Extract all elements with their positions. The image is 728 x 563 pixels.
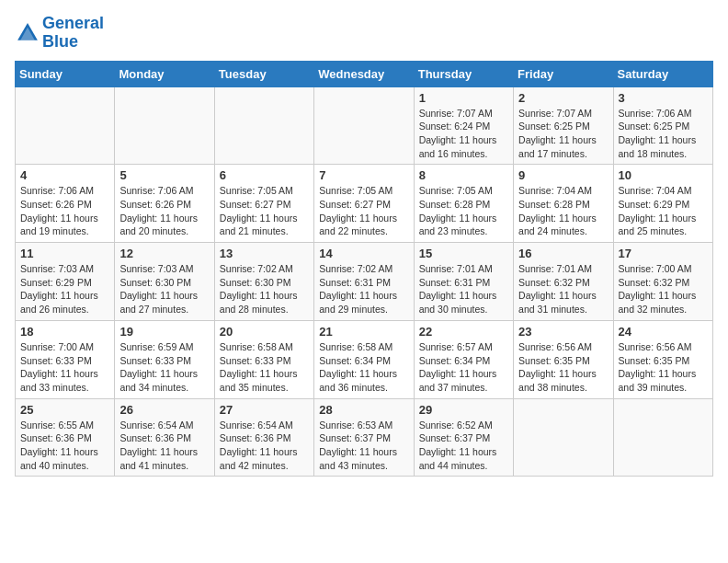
day-number: 5 (119, 168, 209, 182)
col-header-wednesday: Wednesday (314, 61, 414, 86)
calendar-cell: 6Sunrise: 7:05 AMSunset: 6:27 PMDaylight… (214, 165, 313, 243)
day-info: Sunrise: 7:03 AMSunset: 6:30 PMDaylight:… (119, 262, 209, 316)
day-number: 14 (319, 247, 408, 260)
day-info: Sunrise: 6:54 AMSunset: 6:36 PMDaylight:… (119, 419, 209, 473)
day-info: Sunrise: 6:57 AMSunset: 6:34 PMDaylight:… (419, 340, 508, 395)
calendar-cell: 8Sunrise: 7:05 AMSunset: 6:28 PMDaylight… (414, 165, 513, 243)
day-info: Sunrise: 6:56 AMSunset: 6:35 PMDaylight:… (619, 340, 708, 395)
day-info: Sunrise: 6:59 AMSunset: 6:33 PMDaylight:… (119, 340, 209, 395)
calendar-cell: 26Sunrise: 6:54 AMSunset: 6:36 PMDayligh… (115, 398, 214, 477)
page-header: General Blue (15, 15, 713, 52)
day-number: 19 (119, 325, 209, 339)
calendar-cell: 16Sunrise: 7:01 AMSunset: 6:32 PMDayligh… (514, 243, 613, 321)
calendar-cell (115, 86, 214, 165)
calendar-cell: 27Sunrise: 6:54 AMSunset: 6:36 PMDayligh… (214, 398, 313, 477)
col-header-sunday: Sunday (16, 61, 115, 86)
logo-text: General Blue (42, 15, 104, 52)
calendar-week-row: 11Sunrise: 7:03 AMSunset: 6:29 PMDayligh… (16, 243, 713, 321)
day-info: Sunrise: 6:56 AMSunset: 6:35 PMDaylight:… (518, 340, 608, 395)
day-info: Sunrise: 7:01 AMSunset: 6:32 PMDaylight:… (518, 262, 608, 316)
calendar-cell: 25Sunrise: 6:55 AMSunset: 6:36 PMDayligh… (16, 398, 115, 477)
day-info: Sunrise: 6:52 AMSunset: 6:37 PMDaylight:… (419, 419, 508, 473)
day-info: Sunrise: 7:01 AMSunset: 6:31 PMDaylight:… (419, 262, 508, 316)
day-number: 6 (220, 168, 309, 182)
day-number: 11 (20, 247, 109, 260)
day-number: 29 (419, 403, 508, 417)
logo-icon (15, 20, 40, 46)
calendar-cell (314, 86, 414, 165)
day-info: Sunrise: 7:07 AMSunset: 6:24 PMDaylight:… (419, 107, 508, 161)
calendar-cell: 5Sunrise: 7:06 AMSunset: 6:26 PMDaylight… (115, 165, 214, 243)
day-number: 2 (518, 91, 608, 105)
day-info: Sunrise: 7:04 AMSunset: 6:29 PMDaylight:… (619, 184, 708, 238)
col-header-saturday: Saturday (613, 61, 712, 86)
day-number: 27 (220, 403, 309, 417)
day-info: Sunrise: 7:00 AMSunset: 6:33 PMDaylight:… (20, 340, 109, 395)
calendar-cell: 21Sunrise: 6:58 AMSunset: 6:34 PMDayligh… (314, 320, 414, 398)
calendar-cell: 4Sunrise: 7:06 AMSunset: 6:26 PMDaylight… (16, 165, 115, 243)
day-info: Sunrise: 7:05 AMSunset: 6:28 PMDaylight:… (419, 184, 508, 238)
calendar-cell (16, 86, 115, 165)
day-number: 8 (419, 168, 508, 182)
day-number: 24 (619, 325, 708, 339)
calendar-cell: 15Sunrise: 7:01 AMSunset: 6:31 PMDayligh… (414, 243, 513, 321)
calendar-cell: 19Sunrise: 6:59 AMSunset: 6:33 PMDayligh… (115, 320, 214, 398)
calendar-cell: 29Sunrise: 6:52 AMSunset: 6:37 PMDayligh… (414, 398, 513, 477)
calendar-week-row: 4Sunrise: 7:06 AMSunset: 6:26 PMDaylight… (16, 165, 713, 243)
calendar-table: SundayMondayTuesdayWednesdayThursdayFrid… (15, 61, 713, 477)
day-info: Sunrise: 7:02 AMSunset: 6:31 PMDaylight:… (319, 262, 408, 316)
day-number: 28 (319, 403, 408, 417)
day-info: Sunrise: 7:00 AMSunset: 6:32 PMDaylight:… (619, 262, 708, 316)
day-number: 13 (220, 247, 309, 260)
day-info: Sunrise: 7:06 AMSunset: 6:25 PMDaylight:… (619, 107, 708, 161)
day-info: Sunrise: 6:55 AMSunset: 6:36 PMDaylight:… (20, 419, 109, 473)
day-number: 9 (518, 168, 608, 182)
day-number: 16 (518, 247, 608, 260)
calendar-cell: 1Sunrise: 7:07 AMSunset: 6:24 PMDaylight… (414, 86, 513, 165)
day-number: 18 (20, 325, 109, 339)
day-number: 7 (319, 168, 408, 182)
day-info: Sunrise: 6:53 AMSunset: 6:37 PMDaylight:… (319, 419, 408, 473)
calendar-cell: 12Sunrise: 7:03 AMSunset: 6:30 PMDayligh… (115, 243, 214, 321)
calendar-cell: 9Sunrise: 7:04 AMSunset: 6:28 PMDaylight… (514, 165, 613, 243)
day-number: 15 (419, 247, 508, 260)
day-number: 26 (119, 403, 209, 417)
day-number: 1 (419, 91, 508, 105)
day-number: 17 (619, 247, 708, 260)
col-header-friday: Friday (514, 61, 613, 86)
day-number: 25 (20, 403, 109, 417)
day-number: 4 (20, 168, 109, 182)
day-number: 20 (220, 325, 309, 339)
calendar-cell (214, 86, 313, 165)
calendar-week-row: 1Sunrise: 7:07 AMSunset: 6:24 PMDaylight… (16, 86, 713, 165)
calendar-cell: 3Sunrise: 7:06 AMSunset: 6:25 PMDaylight… (613, 86, 712, 165)
calendar-cell: 11Sunrise: 7:03 AMSunset: 6:29 PMDayligh… (16, 243, 115, 321)
calendar-cell: 28Sunrise: 6:53 AMSunset: 6:37 PMDayligh… (314, 398, 414, 477)
day-info: Sunrise: 6:58 AMSunset: 6:34 PMDaylight:… (319, 340, 408, 395)
col-header-tuesday: Tuesday (214, 61, 313, 86)
calendar-cell: 2Sunrise: 7:07 AMSunset: 6:25 PMDaylight… (514, 86, 613, 165)
calendar-cell: 13Sunrise: 7:02 AMSunset: 6:30 PMDayligh… (214, 243, 313, 321)
calendar-cell: 24Sunrise: 6:56 AMSunset: 6:35 PMDayligh… (613, 320, 712, 398)
calendar-cell: 17Sunrise: 7:00 AMSunset: 6:32 PMDayligh… (613, 243, 712, 321)
day-number: 12 (119, 247, 209, 260)
day-number: 22 (419, 325, 508, 339)
calendar-cell: 22Sunrise: 6:57 AMSunset: 6:34 PMDayligh… (414, 320, 513, 398)
calendar-week-row: 18Sunrise: 7:00 AMSunset: 6:33 PMDayligh… (16, 320, 713, 398)
day-info: Sunrise: 7:05 AMSunset: 6:27 PMDaylight:… (220, 184, 309, 238)
day-info: Sunrise: 7:06 AMSunset: 6:26 PMDaylight:… (20, 184, 109, 238)
col-header-monday: Monday (115, 61, 214, 86)
day-info: Sunrise: 6:58 AMSunset: 6:33 PMDaylight:… (220, 340, 309, 395)
day-info: Sunrise: 7:02 AMSunset: 6:30 PMDaylight:… (220, 262, 309, 316)
day-info: Sunrise: 7:06 AMSunset: 6:26 PMDaylight:… (119, 184, 209, 238)
calendar-header-row: SundayMondayTuesdayWednesdayThursdayFrid… (16, 61, 713, 86)
day-info: Sunrise: 7:03 AMSunset: 6:29 PMDaylight:… (20, 262, 109, 316)
calendar-cell (514, 398, 613, 477)
day-info: Sunrise: 6:54 AMSunset: 6:36 PMDaylight:… (220, 419, 309, 473)
calendar-cell: 20Sunrise: 6:58 AMSunset: 6:33 PMDayligh… (214, 320, 313, 398)
day-info: Sunrise: 7:05 AMSunset: 6:27 PMDaylight:… (319, 184, 408, 238)
col-header-thursday: Thursday (414, 61, 513, 86)
calendar-cell: 18Sunrise: 7:00 AMSunset: 6:33 PMDayligh… (16, 320, 115, 398)
calendar-cell (613, 398, 712, 477)
logo: General Blue (15, 15, 104, 52)
